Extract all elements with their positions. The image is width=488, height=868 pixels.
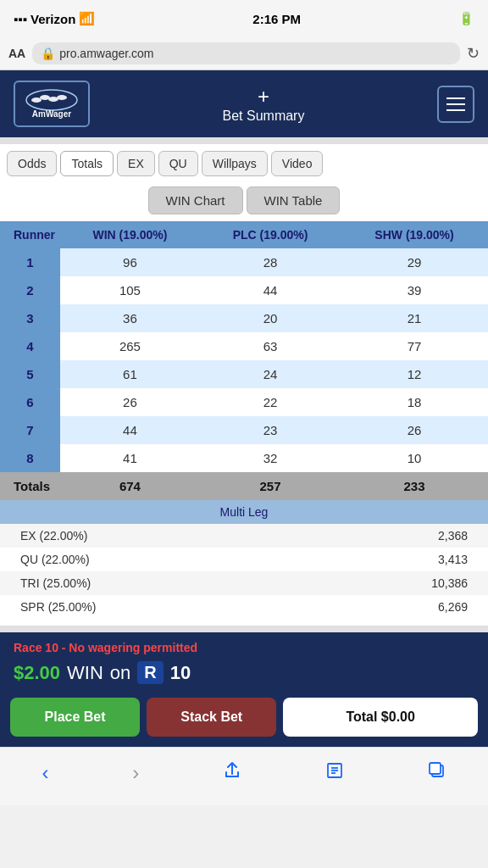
tab-willpays[interactable]: Willpays — [202, 151, 268, 176]
svg-point-2 — [31, 97, 42, 103]
multi-leg-value: 3,413 — [438, 553, 468, 566]
tab-video[interactable]: Video — [271, 151, 324, 176]
multi-leg-value: 10,386 — [431, 576, 468, 590]
share-button[interactable] — [209, 758, 255, 788]
forward-button[interactable]: › — [119, 758, 152, 788]
multi-leg-row: QU (22.00%) 3,413 — [0, 548, 488, 571]
data-table-container: Runner WIN (19.00%) PLC (19.00%) SHW (19… — [0, 221, 488, 500]
table-header-row: Runner WIN (19.00%) PLC (19.00%) SHW (19… — [0, 221, 488, 248]
back-button[interactable]: ‹ — [28, 758, 62, 788]
runner-cell: 6 — [0, 388, 60, 416]
table-row: 6 26 22 18 — [0, 388, 488, 416]
refresh-button[interactable]: ↻ — [467, 44, 480, 63]
table-row: 2 105 44 39 — [0, 276, 488, 304]
svg-text:AmWager: AmWager — [32, 109, 71, 119]
shw-cell: 39 — [341, 276, 488, 304]
add-button[interactable]: + — [90, 85, 437, 108]
runner-cell: 4 — [0, 332, 60, 360]
battery-icon: 🔋 — [458, 11, 474, 26]
multi-leg-value: 2,368 — [438, 529, 468, 542]
runner-cell: 2 — [0, 276, 60, 304]
nav-bar: ‹ › — [0, 747, 488, 805]
win-cell: 105 — [60, 276, 200, 304]
table-row: 1 96 28 29 — [0, 248, 488, 276]
table-row: 5 61 24 12 — [0, 360, 488, 388]
tab-totals[interactable]: Totals — [60, 151, 114, 176]
header-center: + Bet Summary — [90, 85, 437, 124]
table-row: 7 44 23 26 — [0, 416, 488, 444]
svg-rect-12 — [430, 763, 441, 774]
multi-leg-label: EX (22.00%) — [20, 529, 87, 542]
multi-leg-row: TRI (25.00%) 10,386 — [0, 571, 488, 595]
wifi-icon: 📶 — [79, 11, 95, 26]
menu-button[interactable] — [437, 86, 474, 123]
multi-leg-header: Multi Leg — [0, 500, 488, 524]
totals-plc: 257 — [200, 472, 341, 500]
bet-type: WIN — [67, 662, 103, 684]
table-row: 8 41 32 10 — [0, 444, 488, 472]
multi-leg-row: SPR (25.00%) 6,269 — [0, 595, 488, 619]
plc-cell: 28 — [200, 248, 341, 276]
tabs-button[interactable] — [414, 758, 460, 788]
multi-leg-label: SPR (25.00%) — [20, 600, 96, 614]
multi-leg-row: EX (22.00%) 2,368 — [0, 524, 488, 548]
shw-cell: 10 — [341, 444, 488, 472]
bottom-info-bar: Race 10 - No wagering permitted $2.00 WI… — [0, 632, 488, 691]
race-warning: Race 10 - No wagering permitted — [14, 641, 474, 654]
shw-cell: 21 — [341, 304, 488, 332]
logo-area: AmWager — [14, 81, 90, 127]
plc-cell: 32 — [200, 444, 341, 472]
win-cell: 265 — [60, 332, 200, 360]
carrier-label: Verizon — [30, 12, 75, 26]
multi-leg-label: TRI (25.00%) — [20, 576, 91, 590]
place-bet-button[interactable]: Place Bet — [10, 698, 140, 737]
runner-cell: 8 — [0, 444, 60, 472]
plc-cell: 23 — [200, 416, 341, 444]
win-table: Runner WIN (19.00%) PLC (19.00%) SHW (19… — [0, 221, 488, 500]
totals-row: Totals 674 257 233 — [0, 472, 488, 500]
plc-cell: 44 — [200, 276, 341, 304]
tab-win-table[interactable]: WIN Table — [247, 186, 341, 214]
runner-cell: 7 — [0, 416, 60, 444]
shw-cell: 29 — [341, 248, 488, 276]
win-cell: 36 — [60, 304, 200, 332]
status-right: 🔋 — [458, 11, 474, 26]
runner-cell: 3 — [0, 304, 60, 332]
win-cell: 61 — [60, 360, 200, 388]
table-row: 3 36 20 21 — [0, 304, 488, 332]
hamburger-line-1 — [446, 97, 465, 99]
col-win: WIN (19.00%) — [60, 221, 200, 248]
total-button[interactable]: Total $0.00 — [283, 698, 478, 737]
stack-bet-button[interactable]: Stack Bet — [147, 698, 276, 737]
bet-line: $2.00 WIN on R 10 — [14, 661, 474, 684]
font-size-button[interactable]: AA — [8, 47, 25, 60]
bookmarks-button[interactable] — [312, 758, 358, 788]
bet-amount: $2.00 — [14, 662, 60, 684]
win-cell: 41 — [60, 444, 200, 472]
action-buttons: Place Bet Stack Bet Total $0.00 — [0, 691, 488, 747]
multi-leg-value: 6,269 — [438, 600, 468, 614]
runner-badge: R — [137, 661, 163, 684]
tab-win-chart[interactable]: WIN Chart — [148, 186, 243, 214]
tab-ex[interactable]: EX — [117, 151, 155, 176]
tab-row-1: Odds Totals EX QU Willpays Video — [0, 144, 488, 183]
browser-bar: AA 🔒 pro.amwager.com ↻ — [0, 37, 488, 70]
url-bar[interactable]: 🔒 pro.amwager.com — [32, 42, 460, 64]
multi-leg-section: Multi Leg EX (22.00%) 2,368 QU (22.00%) … — [0, 500, 488, 626]
amwager-logo: AmWager — [14, 81, 90, 127]
shw-cell: 26 — [341, 416, 488, 444]
tab-odds[interactable]: Odds — [7, 151, 57, 176]
col-runner: Runner — [0, 221, 60, 248]
bet-number: 10 — [170, 662, 191, 684]
runner-cell: 5 — [0, 360, 60, 388]
win-cell: 96 — [60, 248, 200, 276]
divider-2 — [0, 626, 488, 632]
hamburger-line-2 — [446, 103, 465, 105]
plc-cell: 22 — [200, 388, 341, 416]
plc-cell: 20 — [200, 304, 341, 332]
col-shw: SHW (19.00%) — [341, 221, 488, 248]
tab-qu[interactable]: QU — [158, 151, 198, 176]
page-title: Bet Summary — [223, 108, 305, 123]
runner-cell: 1 — [0, 248, 60, 276]
win-cell: 26 — [60, 388, 200, 416]
